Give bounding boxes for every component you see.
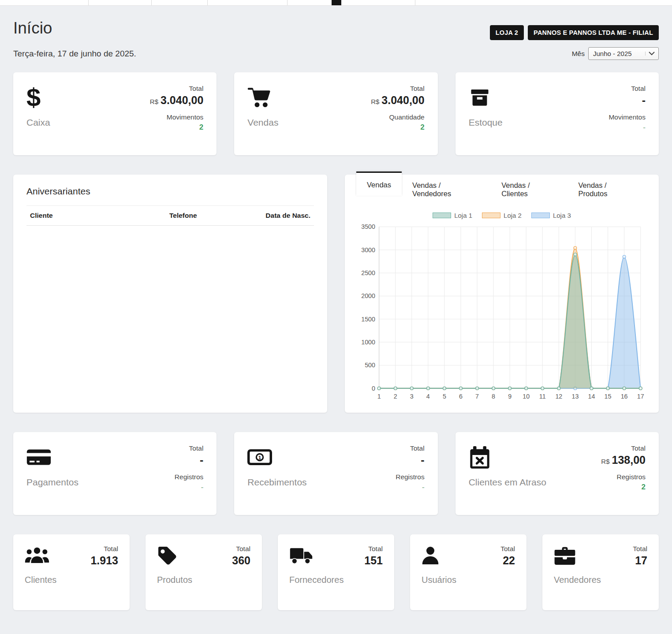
svg-text:1: 1 (377, 393, 381, 400)
card-clientes-em-atraso: Clientes em Atraso Total R$138,00 Regist… (455, 432, 659, 515)
card-vendas: Vendas Total R$3.040,00 Quantidade 2 (234, 72, 437, 155)
money-icon: 1 (247, 444, 306, 470)
legend-swatch (531, 213, 550, 218)
month-select-value: Junho - 2025 (593, 50, 632, 57)
metric-value: 151 (364, 554, 383, 567)
metric-label: Quantidade (371, 113, 425, 121)
metric-amount: - (421, 454, 424, 466)
metric-label: Registros (396, 473, 424, 481)
metric-value: 22 (500, 554, 515, 567)
users-icon (25, 545, 49, 566)
legend-label: Loja 1 (454, 212, 472, 219)
metric-value: 17 (633, 554, 647, 567)
metric-label: Total (601, 444, 646, 452)
metric-sub-value: 2 (371, 123, 425, 132)
chevron-down-icon (645, 52, 655, 56)
metric-label: Total (175, 444, 203, 452)
store-badges: LOJA 2 PANNOS E PANNOS LTDA ME - FILIAL (490, 25, 659, 40)
chart-tabs: Vendas Vendas / Vendedores Vendas / Clie… (356, 175, 647, 205)
svg-text:3500: 3500 (361, 223, 375, 230)
svg-text:8: 8 (492, 393, 495, 400)
card-label: Caixa (26, 117, 50, 128)
svg-text:3: 3 (410, 393, 414, 400)
metric-sub-value: - (396, 483, 424, 492)
card-label: Usuários (422, 575, 515, 585)
top-tab-indicator[interactable] (332, 0, 341, 5)
metric-label: Total (371, 85, 425, 93)
metric-label: Registros (175, 473, 203, 481)
legend-item-loja1[interactable]: Loja 1 (433, 212, 472, 219)
sales-area-chart: 0500100015002000250030003500123456789101… (356, 221, 647, 404)
month-select[interactable]: Junho - 2025 (588, 47, 659, 60)
card-label: Fornecedores (289, 575, 383, 585)
dollar-icon: $ (26, 85, 50, 110)
metric-label: Total (364, 545, 383, 553)
birthdays-table-body (26, 226, 314, 393)
metric-label: Total (90, 545, 118, 553)
legend-swatch (433, 213, 451, 218)
store-badge[interactable]: LOJA 2 (490, 25, 524, 40)
card-label: Clientes (25, 575, 118, 585)
page-title: Início (13, 19, 52, 37)
truck-icon (289, 545, 313, 566)
column-header-telefone: Telefone (169, 212, 244, 220)
metric-value: R$3.040,00 (371, 94, 425, 107)
dollar-glyph: $ (26, 85, 41, 110)
tab-vendas-vendedores[interactable]: Vendas / Vendedores (402, 175, 491, 205)
card-produtos: Total 360 Produtos (146, 534, 262, 610)
card-label: Pagamentos (26, 477, 78, 488)
column-header-cliente: Cliente (30, 212, 169, 220)
metric-amount: 3.040,00 (381, 94, 424, 106)
metric-label: Movimentos (609, 113, 646, 121)
svg-text:0: 0 (372, 385, 375, 392)
birthdays-table: Cliente Telefone Data de Nasc. (26, 205, 314, 393)
svg-text:3000: 3000 (361, 246, 375, 254)
briefcase-icon (554, 545, 576, 566)
card-label: Clientes em Atraso (469, 477, 546, 488)
company-badge[interactable]: PANNOS E PANNOS LTDA ME - FILIAL (528, 25, 659, 40)
svg-text:4: 4 (426, 393, 430, 400)
svg-text:2000: 2000 (361, 292, 375, 299)
currency-prefix: R$ (601, 458, 609, 465)
tab-vendas-clientes[interactable]: Vendas / Clientes (491, 175, 567, 205)
svg-text:16: 16 (621, 393, 628, 400)
tab-vendas[interactable]: Vendas (356, 172, 402, 196)
nav-divider (415, 0, 415, 5)
svg-text:2500: 2500 (361, 269, 375, 276)
currency-prefix: R$ (150, 98, 158, 105)
card-caixa: $ Caixa Total R$3.040,00 Movimentos 2 (13, 72, 217, 155)
tab-vendas-produtos[interactable]: Vendas / Produtos (567, 175, 647, 205)
metric-label: Total (396, 444, 424, 452)
card-fornecedores: Total 151 Fornecedores (278, 534, 394, 610)
metric-value: - (396, 454, 424, 466)
metric-label: Movimentos (150, 113, 204, 121)
user-icon (422, 545, 439, 566)
legend-item-loja2[interactable]: Loja 2 (482, 212, 522, 219)
card-label: Estoque (469, 117, 503, 128)
svg-text:15: 15 (605, 393, 612, 400)
card-pagamentos: Pagamentos Total - Registros - (13, 432, 217, 515)
metric-sub-value: - (175, 483, 203, 492)
svg-text:1: 1 (258, 455, 261, 460)
svg-text:12: 12 (555, 393, 562, 400)
nav-divider (287, 0, 287, 5)
metric-value: - (609, 94, 646, 107)
card-vendedores: Total 17 Vendedores (542, 534, 659, 610)
metric-value: 360 (232, 554, 250, 567)
dashboard-page: Início LOJA 2 PANNOS E PANNOS LTDA ME - … (0, 6, 672, 630)
card-label: Produtos (157, 575, 250, 585)
column-header-data-nasc: Data de Nasc. (244, 212, 310, 220)
legend-item-loja3[interactable]: Loja 3 (531, 212, 571, 219)
metric-sub-value: 2 (150, 123, 204, 132)
current-date: Terça-feira, 17 de junho de 2025. (13, 49, 136, 59)
svg-text:14: 14 (588, 393, 595, 400)
metric-label: Total (500, 545, 515, 553)
svg-text:11: 11 (539, 393, 546, 400)
nav-divider (151, 0, 152, 5)
svg-text:5: 5 (443, 393, 446, 400)
svg-text:1500: 1500 (361, 316, 375, 323)
metric-sub-value: - (609, 123, 646, 132)
card-clientes: Total 1.913 Clientes (13, 534, 130, 610)
metric-label: Total (232, 545, 250, 553)
card-label: Vendas (247, 117, 278, 128)
